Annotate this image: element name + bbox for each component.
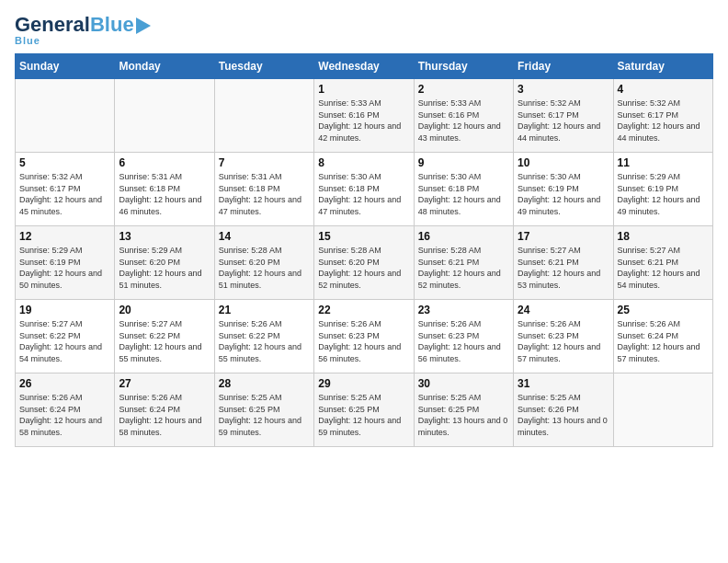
calendar-cell: 24 Sunrise: 5:26 AMSunset: 6:23 PMDaylig… (514, 300, 613, 373)
day-info: Sunrise: 5:26 AMSunset: 6:23 PMDaylight:… (418, 318, 509, 364)
day-number: 18 (618, 230, 709, 243)
day-number: 13 (119, 230, 210, 243)
calendar-cell: 1 Sunrise: 5:33 AMSunset: 6:16 PMDayligh… (314, 79, 414, 153)
day-info: Sunrise: 5:30 AMSunset: 6:18 PMDaylight:… (418, 171, 509, 217)
logo: GeneralBlue Blue (15, 15, 151, 46)
calendar-cell: 31 Sunrise: 5:25 AMSunset: 6:26 PMDaylig… (514, 373, 613, 447)
weekday-header: Wednesday (314, 54, 414, 79)
svg-marker-0 (136, 17, 151, 34)
calendar-cell: 16 Sunrise: 5:28 AMSunset: 6:21 PMDaylig… (414, 226, 513, 300)
day-info: Sunrise: 5:27 AMSunset: 6:22 PMDaylight:… (119, 318, 210, 364)
calendar-cell: 8 Sunrise: 5:30 AMSunset: 6:18 PMDayligh… (314, 153, 414, 226)
day-info: Sunrise: 5:25 AMSunset: 6:25 PMDaylight:… (418, 392, 509, 438)
day-info: Sunrise: 5:31 AMSunset: 6:18 PMDaylight:… (219, 171, 310, 217)
day-info: Sunrise: 5:26 AMSunset: 6:22 PMDaylight:… (219, 318, 310, 364)
day-info: Sunrise: 5:31 AMSunset: 6:18 PMDaylight:… (119, 171, 210, 217)
calendar-cell (214, 79, 313, 153)
day-info: Sunrise: 5:26 AMSunset: 6:23 PMDaylight:… (318, 318, 409, 364)
day-info: Sunrise: 5:29 AMSunset: 6:20 PMDaylight:… (119, 245, 210, 291)
day-info: Sunrise: 5:30 AMSunset: 6:19 PMDaylight:… (518, 171, 609, 217)
weekday-header: Thursday (414, 54, 513, 79)
day-number: 15 (318, 230, 409, 243)
day-info: Sunrise: 5:26 AMSunset: 6:24 PMDaylight:… (19, 392, 110, 438)
day-info: Sunrise: 5:27 AMSunset: 6:22 PMDaylight:… (19, 318, 110, 364)
day-number: 27 (119, 377, 210, 390)
day-info: Sunrise: 5:29 AMSunset: 6:19 PMDaylight:… (19, 245, 110, 291)
day-number: 16 (418, 230, 509, 243)
calendar-cell: 9 Sunrise: 5:30 AMSunset: 6:18 PMDayligh… (414, 153, 513, 226)
weekday-header: Saturday (613, 54, 712, 79)
day-info: Sunrise: 5:29 AMSunset: 6:19 PMDaylight:… (618, 171, 709, 217)
day-number: 26 (19, 377, 110, 390)
day-number: 28 (219, 377, 310, 390)
weekday-header: Monday (115, 54, 214, 79)
day-number: 8 (318, 156, 409, 169)
calendar-cell: 13 Sunrise: 5:29 AMSunset: 6:20 PMDaylig… (115, 226, 214, 300)
day-info: Sunrise: 5:28 AMSunset: 6:20 PMDaylight:… (219, 245, 310, 291)
weekday-header-row: SundayMondayTuesdayWednesdayThursdayFrid… (16, 54, 713, 79)
day-number: 19 (19, 304, 110, 316)
calendar-cell: 19 Sunrise: 5:27 AMSunset: 6:22 PMDaylig… (16, 300, 115, 373)
day-info: Sunrise: 5:26 AMSunset: 6:23 PMDaylight:… (518, 318, 609, 364)
day-number: 23 (418, 304, 509, 316)
day-number: 12 (19, 230, 110, 243)
day-info: Sunrise: 5:28 AMSunset: 6:20 PMDaylight:… (318, 245, 409, 291)
calendar-cell: 28 Sunrise: 5:25 AMSunset: 6:25 PMDaylig… (214, 373, 313, 447)
calendar-cell: 30 Sunrise: 5:25 AMSunset: 6:25 PMDaylig… (414, 373, 513, 447)
calendar-cell: 14 Sunrise: 5:28 AMSunset: 6:20 PMDaylig… (214, 226, 313, 300)
day-info: Sunrise: 5:28 AMSunset: 6:21 PMDaylight:… (418, 245, 509, 291)
day-info: Sunrise: 5:25 AMSunset: 6:25 PMDaylight:… (219, 392, 310, 438)
calendar-cell: 20 Sunrise: 5:27 AMSunset: 6:22 PMDaylig… (115, 300, 214, 373)
calendar-cell (115, 79, 214, 153)
weekday-header: Tuesday (214, 54, 313, 79)
day-number: 4 (618, 83, 709, 96)
day-number: 9 (418, 156, 509, 169)
day-number: 22 (318, 304, 409, 316)
calendar-cell: 22 Sunrise: 5:26 AMSunset: 6:23 PMDaylig… (314, 300, 414, 373)
day-number: 31 (518, 377, 609, 390)
calendar-week-row: 19 Sunrise: 5:27 AMSunset: 6:22 PMDaylig… (16, 300, 713, 373)
calendar-cell: 2 Sunrise: 5:33 AMSunset: 6:16 PMDayligh… (414, 79, 513, 153)
calendar-cell: 29 Sunrise: 5:25 AMSunset: 6:25 PMDaylig… (314, 373, 414, 447)
calendar-cell: 15 Sunrise: 5:28 AMSunset: 6:20 PMDaylig… (314, 226, 414, 300)
calendar-cell: 11 Sunrise: 5:29 AMSunset: 6:19 PMDaylig… (613, 153, 712, 226)
calendar-cell: 4 Sunrise: 5:32 AMSunset: 6:17 PMDayligh… (613, 79, 712, 153)
calendar-cell: 18 Sunrise: 5:27 AMSunset: 6:21 PMDaylig… (613, 226, 712, 300)
day-number: 3 (518, 83, 609, 96)
day-number: 30 (418, 377, 509, 390)
day-number: 5 (19, 156, 110, 169)
day-number: 20 (119, 304, 210, 316)
day-number: 25 (618, 304, 709, 316)
day-number: 11 (618, 156, 709, 169)
day-number: 10 (518, 156, 609, 169)
day-number: 24 (518, 304, 609, 316)
day-number: 29 (318, 377, 409, 390)
calendar-cell: 27 Sunrise: 5:26 AMSunset: 6:24 PMDaylig… (115, 373, 214, 447)
day-number: 14 (219, 230, 310, 243)
calendar-week-row: 26 Sunrise: 5:26 AMSunset: 6:24 PMDaylig… (16, 373, 713, 447)
day-number: 17 (518, 230, 609, 243)
day-info: Sunrise: 5:27 AMSunset: 6:21 PMDaylight:… (518, 245, 609, 291)
calendar-cell: 5 Sunrise: 5:32 AMSunset: 6:17 PMDayligh… (16, 153, 115, 226)
calendar-cell: 26 Sunrise: 5:26 AMSunset: 6:24 PMDaylig… (16, 373, 115, 447)
day-info: Sunrise: 5:32 AMSunset: 6:17 PMDaylight:… (19, 171, 110, 217)
calendar-cell: 25 Sunrise: 5:26 AMSunset: 6:24 PMDaylig… (613, 300, 712, 373)
page-header: GeneralBlue Blue (15, 15, 713, 46)
weekday-header: Friday (514, 54, 613, 79)
logo-subtitle: Blue (15, 35, 40, 46)
day-info: Sunrise: 5:33 AMSunset: 6:16 PMDaylight:… (318, 98, 409, 144)
day-info: Sunrise: 5:32 AMSunset: 6:17 PMDaylight:… (518, 98, 609, 144)
calendar-cell (613, 373, 712, 447)
day-info: Sunrise: 5:33 AMSunset: 6:16 PMDaylight:… (418, 98, 509, 144)
calendar-cell: 3 Sunrise: 5:32 AMSunset: 6:17 PMDayligh… (514, 79, 613, 153)
calendar-cell: 17 Sunrise: 5:27 AMSunset: 6:21 PMDaylig… (514, 226, 613, 300)
day-info: Sunrise: 5:25 AMSunset: 6:26 PMDaylight:… (518, 392, 609, 438)
day-info: Sunrise: 5:26 AMSunset: 6:24 PMDaylight:… (618, 318, 709, 364)
calendar-cell: 21 Sunrise: 5:26 AMSunset: 6:22 PMDaylig… (214, 300, 313, 373)
day-info: Sunrise: 5:32 AMSunset: 6:17 PMDaylight:… (618, 98, 709, 144)
day-number: 21 (219, 304, 310, 316)
weekday-header: Sunday (16, 54, 115, 79)
calendar-cell: 7 Sunrise: 5:31 AMSunset: 6:18 PMDayligh… (214, 153, 313, 226)
day-number: 7 (219, 156, 310, 169)
calendar-cell: 23 Sunrise: 5:26 AMSunset: 6:23 PMDaylig… (414, 300, 513, 373)
